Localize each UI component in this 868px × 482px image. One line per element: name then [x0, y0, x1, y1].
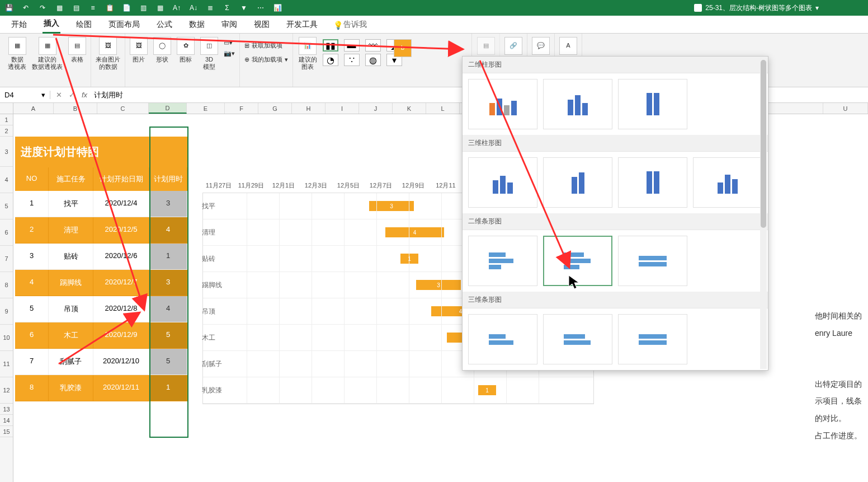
chevron-down-icon[interactable]: ▾	[815, 4, 819, 12]
map-chart-button[interactable]: ◍	[365, 54, 381, 66]
get-addins-button[interactable]: ⊞获取加载项	[244, 41, 288, 50]
row-14[interactable]: 14	[0, 415, 13, 426]
tab-formula[interactable]: 公式	[155, 16, 173, 33]
row-15[interactable]: 15	[0, 426, 13, 437]
col-J[interactable]: J	[359, 103, 393, 114]
tab-insert[interactable]: 插入	[43, 15, 60, 34]
table-row[interactable]: 1找平2020/12/43	[15, 191, 187, 217]
chart-3d-100-stacked-bar[interactable]	[618, 314, 687, 364]
col-E[interactable]: E	[187, 103, 225, 114]
col-G[interactable]: G	[258, 103, 292, 114]
chart-icon[interactable]: 📊	[273, 3, 282, 12]
row-11[interactable]: 11	[0, 351, 13, 377]
col-L[interactable]: L	[426, 103, 460, 114]
screenshot-button[interactable]: 📷▾	[224, 50, 235, 57]
table-row[interactable]: 8乳胶漆2020/12/111	[15, 375, 187, 401]
row-12[interactable]: 12	[0, 377, 13, 404]
tab-dev[interactable]: 开发工具	[285, 16, 319, 33]
save-icon[interactable]: 💾	[4, 3, 13, 12]
tab-start[interactable]: 开始	[10, 16, 28, 33]
table-row[interactable]: 5吊顶2020/12/84	[15, 296, 187, 322]
col-F[interactable]: F	[225, 103, 258, 114]
confirm-icon[interactable]: ✓	[69, 91, 75, 99]
chart-clustered-column[interactable]	[468, 79, 537, 129]
chart-100-stacked-bar[interactable]	[618, 236, 687, 286]
recommended-chart-button[interactable]: 📊建议的 图表	[299, 37, 317, 71]
qat-icon-6[interactable]: ▥	[139, 3, 148, 12]
recommended-pivot-button[interactable]: ▦建议的 数据透视表	[32, 37, 63, 71]
name-box[interactable]: D4 ▾	[0, 91, 50, 99]
row-1[interactable]: 1	[0, 114, 13, 125]
tab-layout[interactable]: 页面布局	[107, 16, 141, 33]
icon-button[interactable]: ✿图标	[177, 37, 195, 63]
qat-icon-1[interactable]: ▦	[55, 3, 64, 12]
3d-model-button[interactable]: ◫3D 模型	[200, 37, 218, 71]
pivot-table-button[interactable]: ▦数据 透视表	[8, 37, 26, 71]
col-K[interactable]: K	[393, 103, 426, 114]
font-decrease-icon[interactable]: A↓	[189, 3, 198, 12]
select-all-corner[interactable]	[0, 103, 13, 114]
qat-icon-2[interactable]: ▤	[72, 3, 81, 12]
dropdown-scrollbar[interactable]	[760, 58, 767, 369]
table-row[interactable]: 2清理2020/12/54	[15, 217, 187, 244]
row-9[interactable]: 9	[0, 298, 13, 325]
tab-review[interactable]: 审阅	[220, 16, 238, 33]
cancel-icon[interactable]: ✕	[56, 91, 62, 99]
tab-data[interactable]: 数据	[188, 16, 206, 33]
chart-3d-stacked-bar[interactable]	[543, 314, 612, 364]
pie-chart-button[interactable]: ◔	[323, 54, 338, 66]
filter-icon[interactable]: ▼	[239, 3, 248, 12]
row-10[interactable]: 10	[0, 325, 13, 351]
font-increase-icon[interactable]: A↑	[172, 3, 181, 12]
formula-value[interactable]: 计划用时	[94, 90, 123, 100]
bar-chart-button[interactable]: ▬	[344, 39, 360, 52]
table-row[interactable]: 6木工2020/12/95	[15, 322, 187, 349]
tab-view[interactable]: 视图	[253, 16, 271, 33]
chart-3d-column[interactable]	[693, 157, 762, 208]
shape-button[interactable]: ◯形状	[153, 37, 171, 63]
chart-3d-100-stacked-column[interactable]	[618, 157, 687, 208]
redo-icon[interactable]: ↷	[38, 3, 47, 12]
col-A[interactable]: A	[13, 103, 54, 114]
table-row[interactable]: 3贴砖2020/12/61	[15, 244, 187, 270]
row-13[interactable]: 13	[0, 404, 13, 415]
tab-draw[interactable]: 绘图	[75, 16, 93, 33]
qat-icon-5[interactable]: 📄	[122, 3, 131, 12]
chart-clustered-bar[interactable]	[468, 236, 537, 286]
row-7[interactable]: 7	[0, 246, 13, 272]
col-D[interactable]: D	[149, 103, 187, 114]
chart-stacked-column[interactable]	[543, 79, 612, 129]
tell-me[interactable]: 💡 告诉我	[333, 20, 367, 30]
row-4[interactable]: 4	[0, 167, 13, 193]
qat-icon-4[interactable]: 📋	[105, 3, 114, 12]
sum-icon[interactable]: Σ	[223, 3, 232, 12]
table-button[interactable]: ▤表格	[68, 37, 86, 63]
col-U[interactable]: U	[823, 103, 868, 114]
column-chart-button[interactable]: ▮▮	[323, 39, 338, 52]
undo-icon[interactable]: ↶	[21, 3, 30, 12]
fx-label[interactable]: fx	[82, 91, 87, 99]
row-2[interactable]: 2	[0, 125, 13, 137]
row-5[interactable]: 5	[0, 193, 13, 219]
data-from-picture-button[interactable]: 🖼来自图片 的数据	[96, 37, 120, 71]
col-C[interactable]: C	[97, 103, 149, 114]
link-button[interactable]: 🔗	[504, 37, 522, 55]
table-row[interactable]: 7刮腻子2020/12/105	[15, 349, 187, 375]
row-8[interactable]: 8	[0, 272, 13, 298]
scatter-chart-button[interactable]: ∵	[344, 54, 360, 66]
table-row[interactable]: 4踢脚线2020/12/73	[15, 270, 187, 296]
chart-100-stacked-column[interactable]	[618, 79, 687, 129]
chevron-down-icon[interactable]: ▾	[41, 91, 45, 99]
chart-3d-stacked-column[interactable]	[543, 157, 612, 208]
col-I[interactable]: I	[326, 103, 359, 114]
picture-button[interactable]: 🖼图片	[130, 37, 148, 63]
align-icon[interactable]: ≣	[206, 3, 215, 12]
col-B[interactable]: B	[54, 103, 97, 114]
qat-more-icon[interactable]: ⋯	[256, 3, 265, 12]
row-3[interactable]: 3	[0, 137, 13, 167]
bing-button[interactable]: b	[394, 39, 412, 57]
qat-icon-7[interactable]: ▦	[155, 3, 164, 12]
chart-3d-clustered-column[interactable]	[468, 157, 537, 208]
smartart-button[interactable]: ▭▾	[224, 39, 235, 46]
my-addins-button[interactable]: ⊕我的加载项▾	[244, 55, 288, 64]
